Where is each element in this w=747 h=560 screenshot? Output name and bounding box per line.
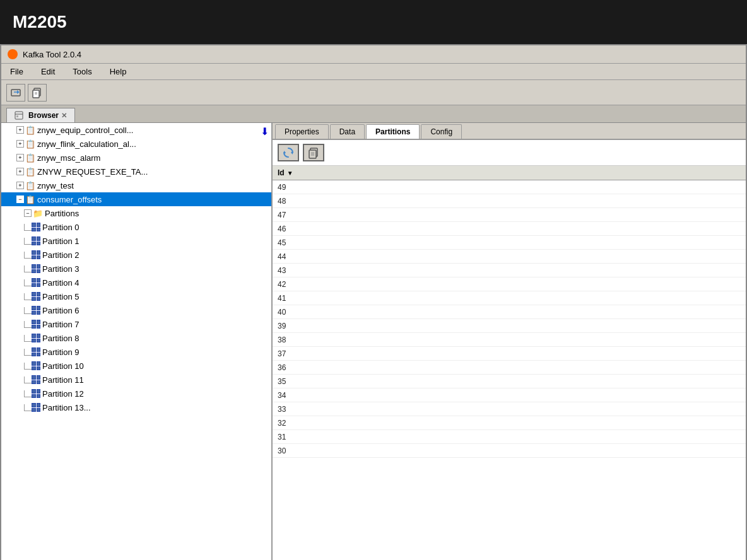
tree-item-consumer-offsets[interactable]: − 📋 consumer_offsets <box>1 192 271 206</box>
menu-help[interactable]: Help <box>106 66 131 78</box>
expander-consumer-offsets[interactable]: − <box>16 195 24 203</box>
tree-item-partition-0[interactable]: Partition 0 <box>1 220 271 234</box>
partition-icon-6 <box>32 306 40 315</box>
table-row[interactable]: 44 <box>273 250 746 264</box>
tab-properties[interactable]: Properties <box>275 124 329 139</box>
tree-item-partition-12[interactable]: Partition 12 <box>1 387 271 400</box>
tree-item-znyw-request[interactable]: + 📋 ZNYW_REQUEST_EXE_TA... <box>1 165 271 178</box>
tree-item-partition-11[interactable]: Partition 11 <box>1 373 271 387</box>
toolbar-btn-connect[interactable] <box>6 84 25 102</box>
partition-icon-5 <box>32 292 40 301</box>
table-row[interactable]: 37 <box>273 347 746 361</box>
topic-icon-4: 📋 <box>25 167 35 177</box>
tab-bar: Browser ✕ <box>1 105 746 123</box>
partition-icon-10 <box>32 361 40 370</box>
tree-item-partition-4[interactable]: Partition 4 <box>1 276 271 289</box>
table-row[interactable]: 48 <box>273 194 746 208</box>
tree-item-partition-8[interactable]: Partition 8 <box>1 331 271 345</box>
menu-bar: File Edit Tools Help <box>1 64 746 80</box>
title-bar: M2205 <box>0 0 747 44</box>
browser-tab-label: Browser <box>28 111 59 120</box>
svg-rect-9 <box>16 115 18 117</box>
menu-tools[interactable]: Tools <box>69 66 95 78</box>
tree-item-partition-10[interactable]: Partition 10 <box>1 359 271 373</box>
expander-znyw-test[interactable]: + <box>16 182 24 189</box>
tree-item-znyw-equip[interactable]: + 📋 znyw_equip_control_coll... <box>1 123 271 137</box>
expander-znyw-flink[interactable]: + <box>16 140 24 148</box>
scroll-arrow: ⬇ <box>261 125 269 137</box>
table-row[interactable]: 32 <box>273 416 746 430</box>
table-row[interactable]: 46 <box>273 222 746 236</box>
expander-partitions[interactable]: − <box>24 209 32 217</box>
tree-item-znyw-flink[interactable]: + 📋 znyw_flink_calculation_al... <box>1 137 271 151</box>
title-label: M2205 <box>13 12 67 32</box>
table-header: Id ▼ <box>273 166 746 180</box>
partition-icon-1 <box>32 236 40 245</box>
menu-edit[interactable]: Edit <box>37 66 59 78</box>
col-id-header[interactable]: Id ▼ <box>278 168 328 177</box>
tree-panel: ⬇ + 📋 znyw_equip_control_coll... + 📋 zny… <box>1 123 273 560</box>
tab-partitions[interactable]: Partitions <box>366 124 420 139</box>
svg-marker-10 <box>291 151 293 155</box>
table-row[interactable]: 33 <box>273 402 746 416</box>
sort-arrow-icon: ▼ <box>287 170 293 177</box>
refresh-button[interactable] <box>278 144 299 161</box>
right-panel: Properties Data Partitions Config <box>273 123 746 560</box>
table-row[interactable]: 40 <box>273 305 746 319</box>
tree-item-partition-2[interactable]: Partition 2 <box>1 248 271 262</box>
table-row[interactable]: 36 <box>273 361 746 375</box>
copy-button[interactable] <box>303 144 324 161</box>
table-row[interactable]: 39 <box>273 319 746 333</box>
partition-icon-7 <box>32 320 40 329</box>
browser-tab-close[interactable]: ✕ <box>61 112 67 120</box>
table-row[interactable]: 42 <box>273 277 746 291</box>
tree-item-znyw-msc[interactable]: + 📋 znyw_msc_alarm <box>1 151 271 165</box>
svg-marker-2 <box>17 90 20 94</box>
tab-data[interactable]: Data <box>330 124 365 139</box>
table-row[interactable]: 45 <box>273 236 746 250</box>
partition-icon-8 <box>32 334 40 342</box>
tree-item-partition-5[interactable]: Partition 5 <box>1 289 271 303</box>
browser-tab[interactable]: Browser ✕ <box>6 108 75 122</box>
tree-item-znyw-test[interactable]: + 📋 znyw_test <box>1 178 271 192</box>
expander-znyw-equip[interactable]: + <box>16 126 24 134</box>
table-row[interactable]: 31 <box>273 430 746 444</box>
toolbar-btn-copy[interactable] <box>28 84 47 102</box>
partition-icon <box>32 223 40 231</box>
table-row[interactable]: 41 <box>273 291 746 305</box>
topic-icon-3: 📋 <box>25 153 35 163</box>
svg-rect-7 <box>15 112 23 119</box>
folder-icon: 📁 <box>33 209 43 218</box>
panel-toolbar <box>273 140 746 166</box>
table-row[interactable]: 30 <box>273 444 746 458</box>
expander-znyw-request[interactable]: + <box>16 168 24 175</box>
app-icon <box>8 49 18 59</box>
svg-rect-0 <box>11 90 20 96</box>
tree-item-partitions-folder[interactable]: − 📁 Partitions <box>1 206 271 220</box>
table-row[interactable]: 49 <box>273 180 746 194</box>
tree-item-partition-13[interactable]: Partition 13... <box>1 400 271 414</box>
tree-item-partition-3[interactable]: Partition 3 <box>1 262 271 276</box>
panel-tabs: Properties Data Partitions Config <box>273 123 746 140</box>
table-row[interactable]: 43 <box>273 264 746 277</box>
table-row[interactable]: 34 <box>273 388 746 402</box>
data-table: Id ▼ 49 48 47 46 45 44 43 42 41 40 39 38… <box>273 166 746 560</box>
topic-icon-6: 📋 <box>25 195 35 204</box>
partition-icon-2 <box>32 250 40 259</box>
app-title: Kafka Tool 2.0.4 <box>23 50 81 59</box>
tree-item-partition-6[interactable]: Partition 6 <box>1 303 271 317</box>
topic-icon: 📋 <box>25 125 35 135</box>
table-row[interactable]: 47 <box>273 208 746 222</box>
tree-item-partition-9[interactable]: Partition 9 <box>1 345 271 359</box>
partition-icon-12 <box>32 389 40 398</box>
partition-icon-11 <box>32 375 40 384</box>
table-row[interactable]: 35 <box>273 375 746 388</box>
tab-config[interactable]: Config <box>421 124 462 139</box>
table-row[interactable]: 38 <box>273 333 746 347</box>
tree-item-partition-1[interactable]: Partition 1 <box>1 234 271 248</box>
topic-icon-2: 📋 <box>25 139 35 149</box>
expander-znyw-msc[interactable]: + <box>16 154 24 161</box>
menu-file[interactable]: File <box>6 66 27 78</box>
tree-item-partition-7[interactable]: Partition 7 <box>1 317 271 331</box>
partition-icon-3 <box>32 264 40 273</box>
